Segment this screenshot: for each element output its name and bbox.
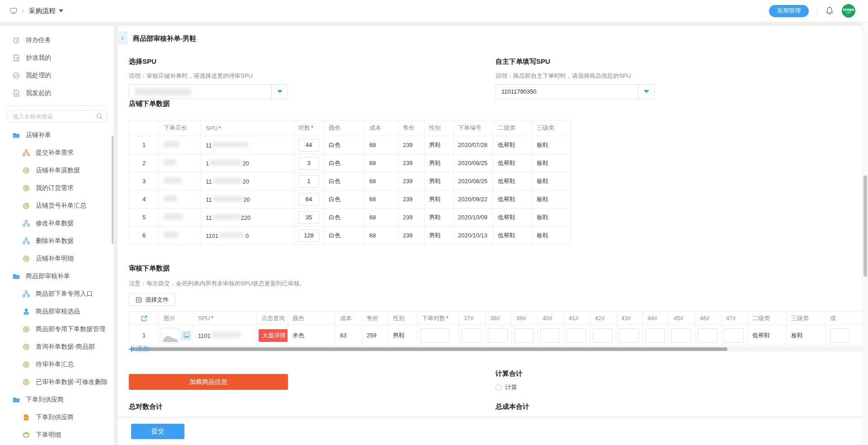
review-order-section: 审核下单数据 注意：每次提交，会把列表内所有未审核的SPU状态更新到已审核。 选…	[129, 264, 868, 351]
load-product-info-button[interactable]: 加载商品信息	[129, 374, 288, 390]
sidebar-item-pending-review-summary[interactable]: 待审补单汇总	[0, 355, 114, 373]
doc-orange-icon	[23, 414, 30, 421]
select-spu-block: 选择SPU 说明：审核店铺补单时，请选择这里的待审SPU	[129, 57, 292, 99]
avatar-text: SENMA	[843, 8, 854, 11]
vertical-scrollbar-thumb[interactable]	[863, 175, 867, 277]
sidebar-folder-shop-replenish[interactable]: 店铺补单	[0, 126, 114, 144]
size-43-input[interactable]	[619, 328, 639, 343]
folder-icon	[13, 273, 20, 280]
user-avatar[interactable]: SENMA COM	[842, 4, 855, 18]
size-44-input[interactable]	[645, 328, 665, 343]
manager-cell	[159, 227, 201, 245]
size-39-input[interactable]	[514, 328, 534, 343]
size-41-input[interactable]	[566, 328, 586, 343]
pairs-input[interactable]	[298, 157, 319, 170]
cat3-cell: 板鞋	[532, 190, 571, 208]
sidebar-folder-order-to-supplier[interactable]: 下单到供应商	[0, 391, 114, 408]
size-45-input[interactable]	[671, 328, 691, 343]
sidebar-item-order-detail[interactable]: 下单明细	[0, 426, 114, 444]
app-manage-button[interactable]: 应用管理	[769, 5, 809, 17]
submit-button[interactable]: 提交	[131, 424, 184, 439]
sidebar-item-delete-replenish-data[interactable]: 删除补单数据	[0, 232, 114, 250]
choose-file-button[interactable]: 选择文件	[129, 293, 175, 306]
sidebar-scrollbar[interactable]	[112, 136, 113, 244]
spu-cell: 11	[201, 136, 294, 154]
size-46-input[interactable]	[698, 328, 717, 343]
gender-cell: 男鞋	[425, 136, 453, 154]
sidebar-item-dept-review-selection[interactable]: 商品部审核选品	[0, 303, 114, 320]
sidebar-item-order-to-supplier[interactable]: 下单到供应商	[0, 408, 114, 426]
col-cat3: 三级类	[787, 312, 826, 325]
select-spu-dropdown[interactable]	[129, 84, 288, 99]
avatar-subtext: COM	[846, 11, 850, 14]
gender-cell: 男鞋	[425, 154, 453, 172]
market-detail-button[interactable]: 大盘详情	[259, 329, 288, 342]
dropdown-arrow-zone[interactable]	[638, 85, 654, 99]
sidebar-item-dept-order-data-manage[interactable]: 商品部专用下单数据管理	[0, 320, 114, 338]
horizontal-scrollbar[interactable]	[129, 347, 868, 351]
partial-input[interactable]	[830, 328, 850, 343]
sidebar-search-input[interactable]	[6, 110, 108, 123]
self-spu-dropdown[interactable]: 11011790350	[495, 84, 655, 99]
gender-cell: 男鞋	[425, 190, 453, 208]
folder-icon	[13, 396, 20, 403]
col-cost: 成本	[365, 120, 398, 136]
sidebar-item-shop-replenish-detail[interactable]: 店铺补单明细	[0, 250, 114, 267]
sidebar-item-shop-sku-replenish-summary[interactable]: 店铺货号补单汇总	[0, 197, 114, 214]
spu-cell: 1101	[193, 325, 257, 346]
cat3-cell: 板鞋	[787, 325, 826, 346]
calc-total-block: 计算合计 计算	[495, 369, 523, 392]
size-47-input[interactable]	[724, 328, 744, 343]
size-38-input[interactable]	[488, 328, 508, 343]
sidebar-item-todo-tasks[interactable]: 待办任务	[0, 31, 114, 49]
sidebar-item-cc-me[interactable]: 抄送我的	[0, 49, 114, 66]
col-size-39: 39#	[512, 312, 538, 325]
bell-icon[interactable]	[826, 6, 834, 15]
size-42-input[interactable]	[593, 328, 613, 343]
sidebar-item-handled-by-me[interactable]: 我处理的	[0, 66, 114, 84]
search-icon	[96, 113, 103, 120]
calc-radio-option[interactable]: 计算	[495, 383, 523, 392]
sidebar-item-query-replenish-data-dept[interactable]: 查询补单数据-商品部	[0, 338, 114, 355]
order-no-cell: 2020/10/13	[453, 227, 493, 245]
target-green-icon	[23, 326, 30, 333]
product-thumbnail[interactable]	[161, 328, 180, 343]
sidebar-item-initiated-by-me[interactable]: 我发起的	[0, 84, 114, 102]
col-gender: 性别	[388, 312, 417, 325]
pairs-cell	[294, 227, 324, 245]
size-37-input[interactable]	[462, 328, 481, 343]
sidebar-item-my-order-demand[interactable]: 我的订货需求	[0, 179, 114, 197]
color-cell: 白色	[324, 154, 365, 172]
sidebar-item-shop-replenish-source-data[interactable]: 店铺补单源数据	[0, 161, 114, 179]
back-button[interactable]: ‹	[118, 31, 127, 45]
radio-icon	[495, 384, 502, 391]
sidebar-item-reviewed-data-editable[interactable]: 已审补单数据-可修改删除	[0, 373, 114, 391]
pairs-input[interactable]	[298, 139, 319, 151]
external-link-icon[interactable]	[141, 315, 148, 322]
cat3-cell: 板鞋	[532, 136, 571, 154]
pairs-input[interactable]	[298, 175, 319, 188]
col-price: 售价	[398, 120, 425, 136]
dropdown-arrow-zone[interactable]	[271, 85, 288, 99]
col-spu: SPU*	[193, 312, 257, 325]
size-40-input[interactable]	[540, 328, 560, 343]
size-47-cell	[722, 325, 748, 346]
order-pairs-input[interactable]	[420, 328, 450, 343]
manager-cell	[159, 190, 201, 208]
view-image-button[interactable]	[182, 331, 191, 340]
sidebar-item-label: 我的订货需求	[36, 184, 74, 192]
sidebar-item-modify-replenish-data[interactable]: 修改补单数据	[0, 214, 114, 232]
pairs-input[interactable]	[298, 229, 319, 242]
doc-plus-icon	[13, 90, 20, 97]
window-icon[interactable]	[10, 7, 17, 14]
pairs-input[interactable]	[298, 193, 319, 206]
vertical-scrollbar-track[interactable]	[862, 22, 868, 445]
breadcrumb-app-switcher[interactable]: 采购流程	[28, 7, 63, 15]
sidebar-item-submit-replenish-request[interactable]: 提交补单需求	[0, 144, 114, 161]
sidebar-item-dept-order-entrance[interactable]: 商品部下单专用入口	[0, 285, 114, 303]
sidebar-folder-product-dept-review[interactable]: 商品部审核补单	[0, 267, 114, 285]
add-row-link[interactable]: 添加	[129, 345, 149, 353]
manager-cell	[159, 136, 201, 154]
horizontal-scrollbar-thumb[interactable]	[131, 347, 727, 351]
pairs-input[interactable]	[298, 211, 319, 224]
